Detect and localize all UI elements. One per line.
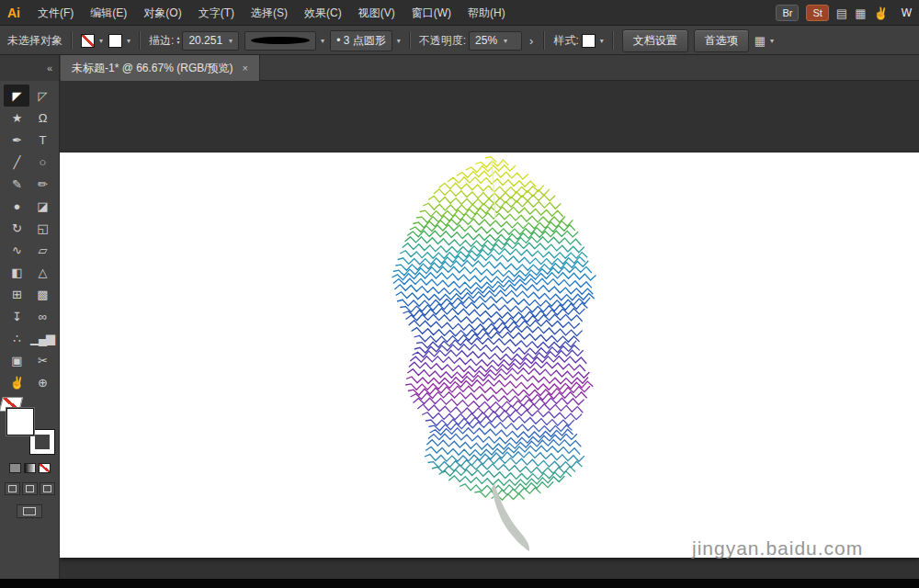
- bridge-button[interactable]: Br: [776, 5, 799, 21]
- mesh-tool[interactable]: ⊞: [4, 283, 29, 305]
- tool-icon: ✌: [9, 376, 23, 390]
- fill-color-control[interactable]: ▾: [81, 34, 103, 48]
- paintbrush-tool[interactable]: ✎: [4, 173, 29, 195]
- stroke-weight-stepper[interactable]: ▴ ▾: [176, 36, 179, 45]
- gradient-button[interactable]: [24, 463, 36, 473]
- menu-item[interactable]: 帮助(H): [460, 2, 514, 25]
- pen-tool[interactable]: ✒: [4, 129, 29, 151]
- chevron-down-icon[interactable]: ▾: [600, 37, 604, 45]
- tool-icon: ◤: [13, 89, 21, 103]
- chevron-down-icon[interactable]: ▾: [770, 37, 774, 45]
- draw-inside-button[interactable]: [40, 482, 55, 495]
- menu-item[interactable]: 视图(V): [350, 2, 403, 25]
- blend-tool[interactable]: ∞: [29, 305, 55, 327]
- document-tab[interactable]: 未标题-1* @ 66.67% (RGB/预览) ×: [61, 55, 260, 81]
- close-tab-icon[interactable]: ×: [243, 62, 248, 74]
- chevron-down-icon[interactable]: ▾: [397, 37, 401, 45]
- document-setup-button[interactable]: 文档设置: [622, 29, 688, 52]
- tool-icon: ↧: [12, 310, 21, 323]
- blob-brush-tool[interactable]: ●: [4, 195, 29, 217]
- width-profile-well[interactable]: [244, 31, 316, 51]
- stock-button[interactable]: St: [806, 5, 828, 21]
- fill-proxy-swatch[interactable]: [6, 408, 34, 435]
- spinner-down-icon[interactable]: ▾: [176, 40, 179, 45]
- tool-icon: ▁▄▆: [30, 332, 54, 345]
- column-graph-tool[interactable]: ▁▄▆: [29, 327, 55, 349]
- variable-width-profile-control[interactable]: ▾: [244, 31, 324, 51]
- stroke-weight-label: 描边:: [149, 33, 174, 49]
- align-menu-control[interactable]: ▦ ▾: [754, 34, 774, 48]
- perspective-grid-tool[interactable]: △: [29, 261, 55, 283]
- document-tab-title[interactable]: 未标题-1* @ 66.67% (RGB/预览): [72, 61, 233, 76]
- artboard[interactable]: [60, 153, 919, 558]
- workspace-switcher-icon[interactable]: ▤: [836, 6, 847, 20]
- draw-mode-buttons: [5, 482, 55, 495]
- menu-item[interactable]: 窗口(W): [403, 2, 460, 25]
- zoom-tool[interactable]: ⊕: [29, 371, 55, 393]
- tool-icon: ◱: [37, 221, 47, 235]
- tool-icon: ✂: [38, 354, 47, 368]
- menu-item[interactable]: 文件(F): [29, 2, 82, 25]
- screen-mode-button[interactable]: [17, 504, 42, 518]
- width-tool[interactable]: ∿: [4, 239, 29, 261]
- menu-item[interactable]: 效果(C): [296, 2, 350, 25]
- partial-window-text: W: [902, 6, 912, 19]
- pencil-tool[interactable]: ✏: [29, 173, 55, 195]
- bottom-strip: [0, 579, 919, 588]
- menu-item[interactable]: 文字(T): [190, 2, 243, 25]
- line-segment-tool[interactable]: ╱: [4, 151, 29, 173]
- stroke-swatch-icon[interactable]: [108, 34, 122, 48]
- type-tool[interactable]: T: [29, 129, 55, 151]
- gradient-tool[interactable]: ▩: [29, 283, 55, 305]
- brush-definition-value[interactable]: • 3 点圆形: [336, 33, 386, 49]
- magic-wand-tool[interactable]: ★: [4, 107, 29, 129]
- chevron-down-icon[interactable]: ▾: [321, 37, 324, 45]
- arrange-documents-icon[interactable]: ▦: [855, 6, 866, 20]
- symbol-sprayer-tool[interactable]: ∴: [4, 327, 29, 349]
- chevron-down-icon[interactable]: ▾: [229, 37, 233, 45]
- preferences-button[interactable]: 首选项: [694, 29, 749, 52]
- opacity-field[interactable]: 25% ▾: [469, 31, 522, 51]
- stroke-weight-field[interactable]: 20.251 ▾: [182, 31, 239, 51]
- artboard-tool[interactable]: ▣: [4, 349, 29, 371]
- fill-swatch-icon[interactable]: [81, 34, 95, 48]
- hand-logo-icon: ✌: [873, 6, 888, 20]
- panel-expand-icon[interactable]: ›: [528, 34, 535, 48]
- scale-tool[interactable]: ◱: [29, 217, 55, 239]
- slice-tool[interactable]: ✂: [29, 349, 55, 371]
- color-button[interactable]: [9, 463, 21, 473]
- none-button[interactable]: [39, 463, 51, 473]
- brush-definition-control[interactable]: • 3 点圆形 ▾: [330, 30, 401, 51]
- lasso-tool[interactable]: Ω: [29, 107, 55, 129]
- tool-icon: ✏: [38, 177, 47, 191]
- chevron-down-icon[interactable]: ▾: [127, 37, 130, 45]
- eyedropper-tool[interactable]: ↧: [4, 305, 29, 327]
- shape-builder-tool[interactable]: ◧: [4, 261, 29, 283]
- menu-item[interactable]: 选择(S): [243, 2, 296, 25]
- free-transform-tool[interactable]: ▱: [29, 239, 55, 261]
- hand-tool[interactable]: ✌: [4, 371, 29, 393]
- chevron-down-icon[interactable]: ▾: [99, 37, 103, 45]
- ellipse-tool[interactable]: ○: [29, 151, 55, 173]
- tools-panel: ◤ ◸ ★ Ω ✒: [0, 81, 60, 579]
- brush-definition-well[interactable]: • 3 点圆形: [330, 30, 392, 51]
- style-swatch-icon[interactable]: [582, 34, 596, 48]
- tool-icon: ∴: [13, 332, 19, 345]
- draw-normal-button[interactable]: [5, 482, 20, 495]
- selection-tool[interactable]: ◤: [4, 85, 29, 107]
- direct-selection-tool[interactable]: ◸: [29, 85, 55, 107]
- draw-behind-button[interactable]: [22, 482, 38, 495]
- collapse-panel-icon[interactable]: «: [47, 62, 52, 74]
- menu-item[interactable]: 编辑(E): [82, 2, 135, 25]
- menubar-right: Br St ▤ ▦ ✌ W: [776, 5, 912, 21]
- menu-item[interactable]: 对象(O): [135, 2, 189, 25]
- align-grid-icon[interactable]: ▦: [754, 34, 766, 48]
- eraser-tool[interactable]: ◪: [29, 195, 55, 217]
- tool-icon: ⊞: [12, 288, 21, 301]
- chevron-down-icon[interactable]: ▾: [504, 37, 507, 45]
- opacity-value[interactable]: 25%: [475, 34, 497, 47]
- stroke-weight-value[interactable]: 20.251: [188, 34, 222, 47]
- stroke-color-control[interactable]: ▾: [108, 34, 130, 48]
- color-type-buttons: [9, 463, 51, 473]
- rotate-tool[interactable]: ↻: [4, 217, 29, 239]
